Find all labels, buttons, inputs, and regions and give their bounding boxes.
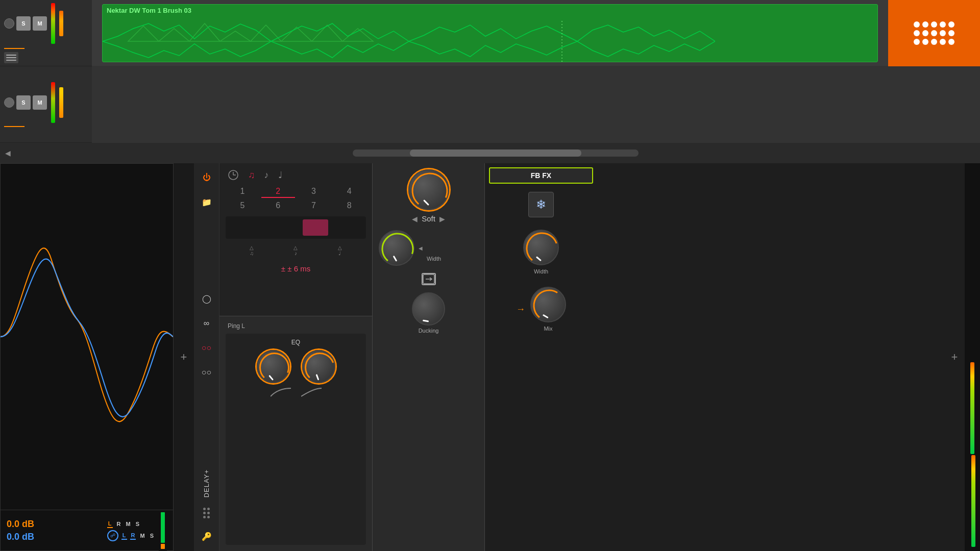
width-arrow-right[interactable]: ◀ <box>419 245 423 251</box>
number-grid: 1 2 3 4 5 6 7 8 <box>226 186 366 211</box>
num-6[interactable]: 6 <box>261 200 295 211</box>
ducking-knob-area: Ducking <box>379 292 478 334</box>
link-circle-icon[interactable]: ∞ <box>199 315 215 332</box>
add-panel-btn[interactable]: + <box>174 163 194 551</box>
fb-width-knob-area: Width <box>489 230 593 274</box>
folder-icon[interactable]: 📁 <box>199 194 215 210</box>
track-menu-1[interactable] <box>4 52 18 63</box>
clock-icon[interactable] <box>228 169 239 181</box>
record-btn-2[interactable] <box>4 97 14 108</box>
eq-label: EQ <box>291 339 300 346</box>
ducking-knob[interactable] <box>412 292 445 325</box>
right-output-meter <box>965 163 980 551</box>
num-1[interactable]: 1 <box>226 186 259 198</box>
analyzer-panel: 0.0 dB 0.0 dB L R M S ☍ L R M S <box>0 163 174 551</box>
lrms-row-2: ☍ L R M S <box>107 530 155 541</box>
arrow-item-2: △ ♪ <box>293 245 298 256</box>
logo-dot <box>931 30 937 36</box>
num-3[interactable]: 3 <box>297 186 331 198</box>
logo-dot <box>940 39 946 45</box>
track-list: S M S M <box>0 0 92 143</box>
note-icons-row: ♫ ♪ ♩ <box>226 169 366 181</box>
soft-knob[interactable] <box>408 169 449 210</box>
logo-dot <box>948 30 954 36</box>
svg-point-8 <box>303 351 336 384</box>
l-btn-blue[interactable]: L <box>121 532 127 540</box>
delay-display-bar[interactable] <box>226 216 366 239</box>
empty-track-row <box>92 66 980 143</box>
mix-knob-area: Mix <box>530 287 566 332</box>
feedback-icon-area <box>379 273 478 285</box>
lrms-group: L R M S ☍ L R M S <box>107 520 155 541</box>
quarter-note-icon[interactable]: ♩ <box>278 169 282 181</box>
s-btn-2[interactable]: S <box>149 532 155 539</box>
r-btn-2[interactable]: R <box>130 532 136 540</box>
dot-3 <box>203 512 206 514</box>
eq-knobs-row <box>257 350 335 383</box>
sidebar-dots[interactable] <box>201 506 212 520</box>
scrollbar-track[interactable] <box>353 149 639 157</box>
logo-dot <box>931 21 937 28</box>
double-circle-icon[interactable]: ○○ <box>199 364 215 381</box>
num-5[interactable]: 5 <box>226 200 259 211</box>
add-right-btn[interactable]: + <box>944 350 965 364</box>
m-btn-1[interactable]: M <box>125 520 131 528</box>
arrow-right-icon: → <box>516 304 525 315</box>
soft-row: ◀ Soft ▶ <box>412 214 445 223</box>
feedback-icon[interactable] <box>422 273 436 285</box>
eq-knob-1[interactable] <box>257 350 290 383</box>
audio-clip-1[interactable]: Nektar DW Tom 1 Brush 03 <box>102 4 878 62</box>
l-btn-orange[interactable]: L <box>107 520 113 528</box>
track-fader-line-1 <box>4 48 24 49</box>
snowflake-area: ❄ <box>489 192 593 217</box>
width-label: Width <box>427 256 441 262</box>
r-btn-1[interactable]: R <box>116 520 122 528</box>
mix-area: → Mix <box>489 287 593 332</box>
fb-fx-header[interactable]: FB FX <box>489 167 593 184</box>
dotted-note-icon[interactable]: ♫ <box>248 170 255 181</box>
circle-icon-1[interactable]: ◯ <box>199 291 215 307</box>
delay-arrows-row: △ ♫ △ ♪ △ ♩ <box>226 244 366 257</box>
logo-dot <box>922 21 928 28</box>
dot-1 <box>203 508 206 510</box>
num-7[interactable]: 7 <box>297 200 331 211</box>
logo-dot <box>940 21 946 28</box>
ping-label: Ping L <box>226 322 366 330</box>
link-icon[interactable]: ☍ <box>107 530 118 541</box>
num-4[interactable]: 4 <box>332 186 366 198</box>
snowflake-btn[interactable]: ❄ <box>528 192 554 217</box>
num-2[interactable]: 2 <box>261 186 295 198</box>
power-icon[interactable]: ⏻ <box>199 169 215 186</box>
width-knob[interactable] <box>379 230 414 266</box>
eq-curve-1-icon <box>271 387 291 397</box>
key-icon[interactable]: 🔑 <box>199 529 215 545</box>
s-btn-1[interactable]: S <box>135 520 140 528</box>
soft-left-arrow[interactable]: ◀ <box>412 215 418 223</box>
mix-label: Mix <box>544 325 552 332</box>
mute-btn-1[interactable]: M <box>33 16 47 31</box>
svg-marker-1 <box>251 25 373 41</box>
solo-btn-2[interactable]: S <box>16 95 31 110</box>
m-btn-2[interactable]: M <box>139 532 145 539</box>
num-8[interactable]: 8 <box>332 200 366 211</box>
mute-btn-2[interactable]: M <box>33 95 47 110</box>
delay-position-marker <box>303 219 328 236</box>
eq-curve-2-icon <box>301 387 322 397</box>
soft-right-arrow[interactable]: ▶ <box>439 215 445 223</box>
mix-knob[interactable] <box>530 287 566 322</box>
daw-bottom-section: 0.0 dB 0.0 dB L R M S ☍ L R M S <box>0 163 980 551</box>
half-note-icon[interactable]: ♪ <box>264 170 269 181</box>
dot-2 <box>207 508 210 510</box>
scroll-left-arrow[interactable]: ◀ <box>5 149 11 157</box>
fb-width-knob[interactable] <box>523 230 559 265</box>
db-display: 0.0 dB 0.0 dB <box>7 519 34 542</box>
eq-curves-row <box>271 387 322 397</box>
svg-point-12 <box>524 231 560 266</box>
eq-knob-2[interactable] <box>302 350 335 383</box>
scrollbar-thumb[interactable] <box>410 149 581 157</box>
delay-right-section: ◀ Soft ▶ ◀ Width <box>373 163 485 551</box>
record-circle-icon[interactable]: ○○ <box>199 340 215 356</box>
plugin-sidebar: ⏻ 📁 ◯ ∞ ○○ ○○ DELAY+ 🔑 <box>194 163 219 551</box>
record-btn-1[interactable] <box>4 18 14 29</box>
solo-btn-1[interactable]: S <box>16 16 31 31</box>
